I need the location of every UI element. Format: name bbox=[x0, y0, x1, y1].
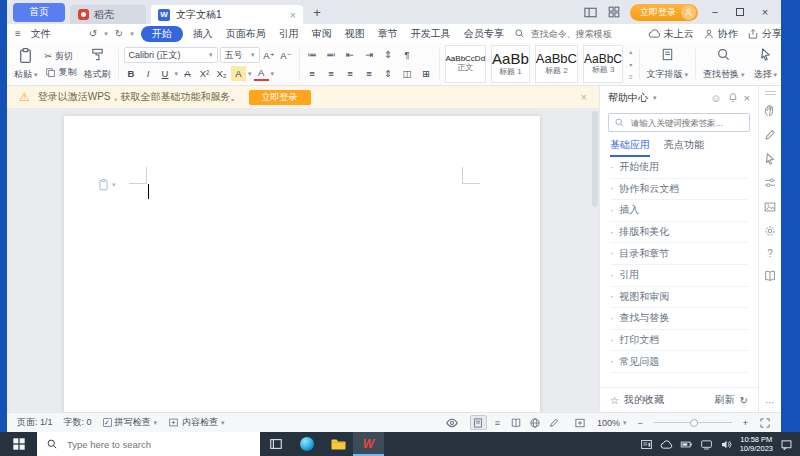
tray-widget-icon[interactable] bbox=[640, 438, 653, 451]
document-scrollbar[interactable] bbox=[592, 111, 598, 207]
notification-close-icon[interactable]: × bbox=[581, 91, 587, 103]
paste-button[interactable]: 粘贴▾ bbox=[12, 45, 40, 83]
minimize-button[interactable]: − bbox=[707, 6, 723, 18]
help-item-reference[interactable]: ·引用 bbox=[610, 265, 748, 287]
document-canvas[interactable]: ▾ bbox=[7, 108, 599, 412]
eye-protect-icon[interactable] bbox=[445, 416, 459, 430]
help-item-faq[interactable]: ·常见问题 bbox=[610, 351, 748, 373]
undo-caret-icon[interactable]: ▾ bbox=[104, 30, 108, 38]
align-right-icon[interactable]: ≡ bbox=[343, 66, 358, 81]
grow-font-button[interactable]: A⁺ bbox=[262, 48, 277, 63]
zoom-out-button[interactable]: − bbox=[637, 418, 642, 428]
cloud-status[interactable]: 未上云 bbox=[648, 27, 694, 41]
superscript-button[interactable]: X² bbox=[197, 66, 212, 81]
collaborate-button[interactable]: 协作 bbox=[703, 27, 738, 41]
numbering-icon[interactable]: ≕ bbox=[324, 47, 339, 62]
shading-icon[interactable]: ◫ bbox=[400, 66, 415, 81]
read-view-button[interactable] bbox=[508, 415, 525, 430]
help-item-find-replace[interactable]: ·查找与替换 bbox=[610, 308, 748, 330]
menu-file[interactable]: 文件 bbox=[28, 27, 54, 41]
styles-scroll-up-icon[interactable]: ▴ bbox=[629, 48, 632, 55]
zoom-slider-knob[interactable] bbox=[690, 419, 698, 427]
zoom-slider[interactable] bbox=[654, 422, 732, 423]
action-center-icon[interactable] bbox=[780, 438, 793, 451]
apps-grid-icon[interactable] bbox=[607, 5, 621, 19]
style-heading2[interactable]: AaBbC 标题 2 bbox=[535, 45, 578, 83]
redo-icon[interactable]: ↻ bbox=[115, 28, 123, 39]
shrink-font-button[interactable]: A⁻ bbox=[279, 48, 294, 63]
outline-view-button[interactable]: ≡ bbox=[489, 415, 506, 430]
zoom-in-button[interactable]: + bbox=[743, 418, 748, 428]
book-icon[interactable] bbox=[763, 269, 777, 283]
task-view-button[interactable] bbox=[260, 432, 291, 456]
fullscreen-icon[interactable] bbox=[759, 417, 771, 429]
share-button[interactable]: 分享 bbox=[747, 27, 781, 41]
bell-icon[interactable] bbox=[727, 92, 739, 104]
font-color-caret-icon[interactable]: ▾ bbox=[271, 70, 275, 78]
feedback-smiley-icon[interactable]: ☺ bbox=[710, 92, 721, 104]
close-document-icon[interactable]: × bbox=[290, 9, 296, 21]
pen-tool-icon[interactable] bbox=[763, 128, 777, 142]
italic-button[interactable]: I bbox=[141, 66, 156, 81]
menu-home[interactable]: 开始 bbox=[141, 26, 183, 42]
ink-view-button[interactable] bbox=[546, 415, 563, 430]
help-search-box[interactable] bbox=[608, 113, 750, 132]
borders-icon[interactable]: ⊞ bbox=[419, 66, 434, 81]
image-tool-icon[interactable] bbox=[763, 200, 777, 214]
styles-gallery-more-icon[interactable]: ≡ bbox=[629, 74, 633, 80]
taskbar-clock[interactable]: 10:58 PM 10/9/2023 bbox=[740, 435, 773, 454]
settings-sliders-icon[interactable] bbox=[763, 176, 777, 190]
sidebar-more-icon[interactable]: ⋯ bbox=[765, 397, 775, 408]
document-tab[interactable]: W 文字文稿1 × bbox=[151, 5, 303, 24]
favorites-button[interactable]: 我的收藏 bbox=[624, 393, 664, 407]
command-search[interactable] bbox=[514, 28, 641, 40]
page-view-button[interactable] bbox=[470, 415, 487, 430]
justify-icon[interactable]: ≡ bbox=[362, 66, 377, 81]
paste-options-button[interactable]: ▾ bbox=[97, 178, 116, 191]
tray-battery-icon[interactable] bbox=[680, 438, 693, 451]
style-heading3[interactable]: AaBbC 标题 3 bbox=[583, 45, 623, 83]
menu-page-layout[interactable]: 页面布局 bbox=[223, 27, 269, 41]
align-left-icon[interactable]: ≡ bbox=[305, 66, 320, 81]
cut-button[interactable]: ✂剪切 bbox=[45, 50, 77, 63]
paragraph-mark-icon[interactable]: ¶ bbox=[400, 47, 415, 62]
edge-taskbar-button[interactable] bbox=[291, 432, 322, 456]
menu-section[interactable]: 章节 bbox=[375, 27, 401, 41]
refresh-icon[interactable]: ↻ bbox=[740, 395, 748, 406]
sort-icon[interactable]: ⇕ bbox=[381, 47, 396, 62]
menu-review[interactable]: 审阅 bbox=[309, 27, 335, 41]
notification-login-button[interactable]: 立即登录 bbox=[249, 90, 311, 105]
tray-speaker-icon[interactable] bbox=[720, 438, 733, 451]
underline-caret-icon[interactable]: ▾ bbox=[175, 70, 179, 78]
help-item-insert[interactable]: ·插入 bbox=[610, 200, 748, 222]
hand-tool-icon[interactable] bbox=[763, 104, 777, 118]
start-button[interactable] bbox=[0, 432, 37, 456]
login-button[interactable]: 立即登录 bbox=[630, 4, 698, 21]
style-normal[interactable]: AaBbCcDd 正文 bbox=[445, 45, 487, 83]
new-tab-button[interactable]: + bbox=[308, 5, 326, 20]
help-item-toc-section[interactable]: ·目录和章节 bbox=[610, 243, 748, 265]
help-icon[interactable]: ? bbox=[767, 248, 773, 259]
help-item-collab-cloud[interactable]: ·协作和云文档 bbox=[610, 179, 748, 201]
refresh-button[interactable]: 刷新 bbox=[715, 393, 735, 407]
help-item-print[interactable]: ·打印文档 bbox=[610, 330, 748, 352]
style-heading1[interactable]: AaBb 标题 1 bbox=[491, 45, 530, 83]
bold-button[interactable]: B bbox=[124, 66, 139, 81]
font-name-select[interactable]: Calibri (正文)▾ bbox=[124, 47, 218, 63]
text-layout-button[interactable]: 文字排版▾ bbox=[645, 45, 691, 83]
highlight-caret-icon[interactable]: ▾ bbox=[248, 70, 252, 78]
cursor-tool-icon[interactable] bbox=[763, 152, 777, 166]
spell-check-toggle[interactable]: ✓ 拼写检查 ▾ bbox=[103, 416, 158, 429]
fit-page-icon[interactable] bbox=[574, 417, 586, 429]
sidebar-drag-handle[interactable] bbox=[765, 91, 776, 92]
format-painter-button[interactable]: 格式刷 bbox=[82, 45, 113, 83]
close-window-button[interactable]: × bbox=[757, 6, 773, 18]
quickbar-more-icon[interactable]: ▾ bbox=[130, 30, 134, 38]
taskbar-search[interactable] bbox=[37, 432, 260, 456]
help-item-typeset[interactable]: ·排版和美化 bbox=[610, 222, 748, 244]
hamburger-icon[interactable]: ≡ bbox=[15, 28, 21, 39]
subscript-button[interactable]: X₂ bbox=[214, 66, 229, 81]
select-button[interactable]: 选择▾ bbox=[752, 45, 780, 83]
help-search-input[interactable] bbox=[629, 117, 744, 129]
highlight-color-button[interactable]: A bbox=[231, 66, 246, 81]
